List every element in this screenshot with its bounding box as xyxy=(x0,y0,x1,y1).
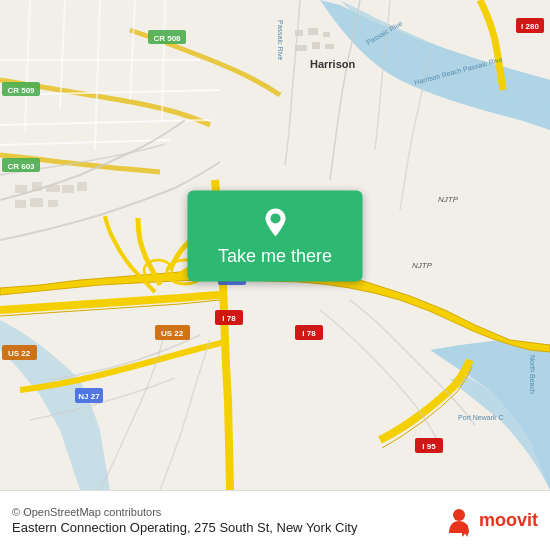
svg-text:CR 509: CR 509 xyxy=(7,86,35,95)
address-label: Eastern Connection Operating, 275 South … xyxy=(12,520,357,535)
svg-text:NJ 27: NJ 27 xyxy=(78,392,100,401)
svg-rect-14 xyxy=(323,32,330,37)
svg-text:Port Newark C: Port Newark C xyxy=(458,414,504,421)
svg-rect-12 xyxy=(295,30,303,36)
svg-text:I 95: I 95 xyxy=(422,442,436,451)
svg-text:I 280: I 280 xyxy=(521,22,539,31)
svg-text:I 78: I 78 xyxy=(222,314,236,323)
svg-rect-19 xyxy=(32,182,42,191)
svg-rect-13 xyxy=(308,28,318,35)
svg-rect-22 xyxy=(30,198,43,207)
svg-rect-15 xyxy=(295,45,307,51)
svg-rect-16 xyxy=(312,42,320,49)
svg-rect-25 xyxy=(77,182,87,191)
footer-info: © OpenStreetMap contributors Eastern Con… xyxy=(12,506,357,535)
moovit-brand-text: moovit xyxy=(479,510,538,531)
svg-text:I 78: I 78 xyxy=(302,329,316,338)
location-pin-icon xyxy=(257,204,293,240)
svg-rect-23 xyxy=(48,200,58,207)
svg-rect-21 xyxy=(15,200,26,208)
svg-point-57 xyxy=(270,213,280,223)
footer: © OpenStreetMap contributors Eastern Con… xyxy=(0,490,550,550)
take-me-there-button[interactable]: Take me there xyxy=(188,190,363,281)
take-me-there-label: Take me there xyxy=(218,246,332,267)
moovit-logo: moovit xyxy=(443,505,538,537)
svg-point-59 xyxy=(462,524,468,530)
svg-text:Passaic Rive: Passaic Rive xyxy=(277,20,284,61)
svg-text:North Beach: North Beach xyxy=(529,355,536,394)
svg-rect-17 xyxy=(325,44,334,49)
osm-attribution: © OpenStreetMap contributors xyxy=(12,506,357,518)
svg-text:NJTP: NJTP xyxy=(412,261,433,270)
button-overlay: Take me there xyxy=(188,190,363,281)
svg-text:Harrison: Harrison xyxy=(310,58,356,70)
moovit-logo-icon xyxy=(443,505,475,537)
svg-text:NJTP: NJTP xyxy=(438,195,459,204)
svg-text:US 22: US 22 xyxy=(8,349,31,358)
svg-text:US 22: US 22 xyxy=(161,329,184,338)
svg-text:CR 603: CR 603 xyxy=(7,162,35,171)
svg-rect-20 xyxy=(46,185,60,192)
svg-rect-18 xyxy=(15,185,27,193)
svg-point-58 xyxy=(453,509,465,521)
map-area: Harrison CR 509 CR 508 CR 603 NJ 21 I 78… xyxy=(0,0,550,490)
svg-rect-24 xyxy=(62,185,74,193)
svg-text:CR 508: CR 508 xyxy=(153,34,181,43)
